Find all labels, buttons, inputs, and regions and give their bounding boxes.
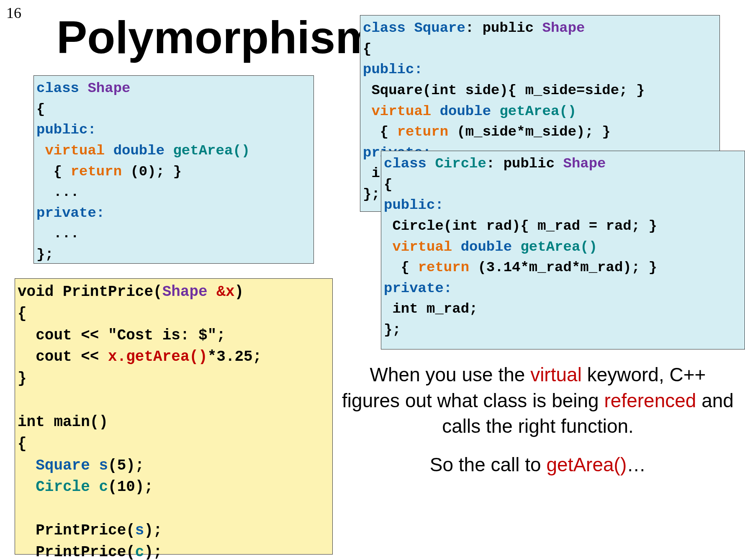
inherit: : public xyxy=(465,20,542,36)
ellipsis: ... xyxy=(36,184,79,200)
arg-c: c xyxy=(135,544,144,560)
expr: (m_side*m_side); } xyxy=(457,124,610,140)
args: (10); xyxy=(108,478,153,496)
brace: { xyxy=(363,41,371,57)
cls-circle: Circle xyxy=(435,156,486,172)
kw-return: return xyxy=(418,259,478,275)
kw-double: double xyxy=(452,239,512,255)
slide-title: Polymorphism xyxy=(57,10,376,64)
brace: { xyxy=(18,435,27,452)
call: ); xyxy=(144,544,162,560)
kw-double: double xyxy=(431,103,491,119)
args: (5); xyxy=(108,457,144,474)
brace: { xyxy=(18,305,27,322)
stmt: *3.25; xyxy=(208,348,262,365)
kw-return: return xyxy=(397,124,457,140)
txt: … xyxy=(627,454,646,475)
paren: ) xyxy=(235,283,244,301)
call: PrintPrice( xyxy=(18,544,135,560)
inherit: : public xyxy=(486,156,563,172)
kw-public: public: xyxy=(363,62,423,77)
code-box-shape: class Shape { public: virtual double get… xyxy=(33,75,314,264)
kw-public: public: xyxy=(36,122,96,138)
hl-virtual: virtual xyxy=(530,364,582,385)
cls-shape: Shape xyxy=(87,80,130,96)
call: PrintPrice( xyxy=(18,522,135,539)
kw-return: return xyxy=(71,164,131,180)
member: int m_rad; xyxy=(384,301,478,317)
code-box-main: void PrintPrice(Shape &x) { cout << "Cos… xyxy=(15,278,333,555)
brace: { xyxy=(36,101,45,117)
cls-shape: Shape xyxy=(563,156,606,172)
code-box-circle: class Circle: public Shape { public: Cir… xyxy=(381,151,745,349)
call-getarea: x.getArea() xyxy=(108,348,208,365)
page-number: 16 xyxy=(6,4,21,22)
brace: { xyxy=(36,164,71,180)
brace: { xyxy=(384,177,392,193)
brace: }; xyxy=(384,322,401,338)
txt: When you use the xyxy=(370,364,531,385)
brace: }; xyxy=(363,186,380,202)
kw-class: class xyxy=(384,156,435,172)
var-s: s xyxy=(99,457,108,474)
ellipsis: ... xyxy=(36,226,79,241)
kw-virtual: virtual xyxy=(36,143,105,159)
txt: So the call to xyxy=(430,454,547,475)
kw-virtual: virtual xyxy=(363,103,431,119)
brace: }; xyxy=(36,247,54,262)
fn-sig: void PrintPrice( xyxy=(18,283,162,301)
hl-referenced: referenced xyxy=(604,390,696,411)
fn-main: int main() xyxy=(18,414,108,431)
kw-private: private: xyxy=(36,205,105,221)
call: ); xyxy=(144,522,162,539)
cls-shape: Shape xyxy=(542,20,585,36)
kw-public: public: xyxy=(384,197,444,213)
kw-private: private: xyxy=(384,280,452,296)
var-c: c xyxy=(99,478,108,496)
body-paragraph-2: So the call to getArea()… xyxy=(341,452,735,478)
type-square: Square xyxy=(18,457,99,474)
param-x: &x xyxy=(216,283,234,301)
kw-double: double xyxy=(105,143,164,159)
type-circle: Circle xyxy=(18,478,99,496)
fn-getarea: getArea() xyxy=(491,103,576,119)
brace: { xyxy=(384,259,418,275)
kw-class: class xyxy=(363,20,414,36)
expr: (3.14*m_rad*m_rad); } xyxy=(478,259,657,275)
stmt: cout << xyxy=(18,348,108,365)
stmt: cout << "Cost is: $"; xyxy=(18,327,226,344)
type-shape: Shape xyxy=(162,283,217,301)
body-paragraph-1: When you use the virtual keyword, C++ fi… xyxy=(341,362,735,439)
ctor: Circle(int rad){ m_rad = rad; } xyxy=(384,218,657,234)
brace: } xyxy=(18,370,27,387)
fn-getarea: getArea() xyxy=(512,239,597,255)
brace: { xyxy=(363,124,397,140)
expr: (0); } xyxy=(130,164,181,180)
kw-class: class xyxy=(36,80,87,96)
arg-s: s xyxy=(135,522,144,539)
kw-virtual: virtual xyxy=(384,239,452,255)
hl-getarea: getArea() xyxy=(546,454,627,475)
cls-square: Square xyxy=(414,20,465,36)
ctor: Square(int side){ m_side=side; } xyxy=(363,82,645,98)
fn-getarea: getArea() xyxy=(164,143,250,159)
